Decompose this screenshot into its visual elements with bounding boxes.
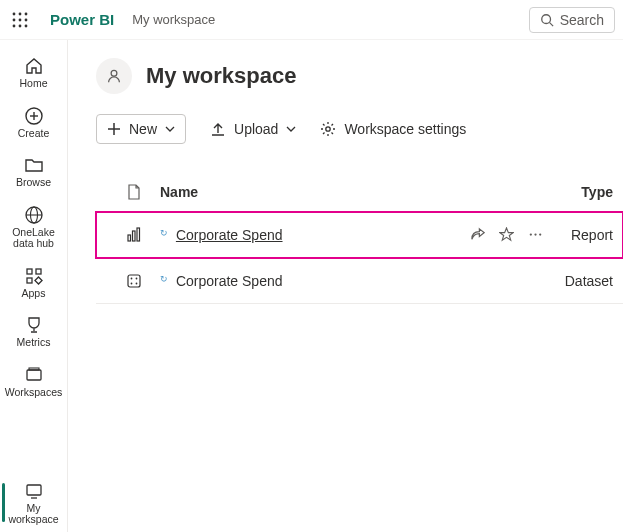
header-icon-col — [114, 184, 154, 200]
svg-point-1 — [19, 12, 22, 15]
item-type: Dataset — [549, 273, 619, 289]
svg-point-28 — [326, 127, 330, 131]
favorite-icon[interactable] — [499, 227, 514, 242]
apps-icon — [24, 266, 44, 286]
upload-button[interactable]: Upload — [210, 121, 296, 137]
svg-rect-22 — [29, 368, 39, 370]
breadcrumb[interactable]: My workspace — [132, 12, 215, 27]
header-type[interactable]: Type — [549, 184, 619, 200]
header-name[interactable]: Name — [154, 184, 439, 200]
svg-rect-30 — [133, 231, 136, 241]
share-icon[interactable] — [470, 227, 485, 242]
svg-rect-29 — [128, 235, 131, 241]
svg-point-38 — [131, 282, 133, 284]
page-title: My workspace — [146, 63, 296, 89]
svg-point-8 — [25, 24, 28, 27]
document-icon — [127, 184, 141, 200]
refresh-indicator-icon: ↻ — [160, 274, 168, 284]
svg-rect-21 — [27, 370, 41, 380]
table-row[interactable]: ↻ Corporate Spend Report — [96, 212, 623, 258]
trophy-icon — [24, 315, 44, 335]
home-icon — [24, 56, 44, 76]
svg-point-5 — [25, 18, 28, 21]
svg-point-3 — [13, 18, 16, 21]
upload-icon — [210, 121, 226, 137]
avatar — [96, 58, 132, 94]
svg-point-32 — [530, 233, 532, 235]
more-icon[interactable] — [528, 227, 543, 242]
svg-point-39 — [136, 282, 138, 284]
svg-rect-23 — [27, 485, 41, 495]
toolbar: New Upload Workspace settings — [96, 114, 623, 144]
nav-create[interactable]: Create — [0, 98, 68, 146]
svg-point-6 — [13, 24, 16, 27]
refresh-indicator-icon: ↻ — [160, 228, 168, 238]
nav-my-workspace[interactable]: My workspace — [0, 473, 68, 532]
content-table: Name Type ↻ Corporate Spend — [96, 172, 623, 304]
svg-point-0 — [13, 12, 16, 15]
chevron-down-icon — [165, 124, 175, 134]
row-type-icon — [114, 227, 154, 243]
nav-browse[interactable]: Browse — [0, 147, 68, 195]
new-button[interactable]: New — [96, 114, 186, 144]
nav-apps[interactable]: Apps — [0, 258, 68, 306]
item-name[interactable]: Corporate Spend — [176, 273, 283, 289]
svg-point-33 — [534, 233, 536, 235]
leftnav: Home Create Browse OneLake data hub Apps… — [0, 40, 68, 532]
item-type: Report — [549, 227, 619, 243]
main: My workspace New Upload Workspace settin… — [68, 40, 623, 532]
svg-point-7 — [19, 24, 22, 27]
svg-point-4 — [19, 18, 22, 21]
search-input[interactable]: Search — [529, 7, 615, 33]
plus-circle-icon — [24, 106, 44, 126]
chevron-down-icon — [286, 124, 296, 134]
svg-rect-31 — [137, 228, 140, 241]
item-name-link[interactable]: Corporate Spend — [176, 227, 283, 243]
svg-rect-19 — [27, 278, 32, 283]
svg-point-37 — [136, 277, 138, 279]
table-row[interactable]: ↻ Corporate Spend Dataset — [96, 258, 623, 304]
monitor-icon — [24, 481, 44, 501]
nav-onelake[interactable]: OneLake data hub — [0, 197, 68, 256]
dataset-icon — [126, 273, 142, 289]
gear-icon — [320, 121, 336, 137]
folder-icon — [24, 155, 44, 175]
svg-point-2 — [25, 12, 28, 15]
brand-label: Power BI — [50, 11, 114, 28]
person-icon — [105, 67, 123, 85]
svg-rect-17 — [27, 269, 32, 274]
table-header: Name Type — [96, 172, 623, 212]
report-icon — [126, 227, 142, 243]
workspace-header: My workspace — [96, 58, 623, 94]
svg-point-9 — [541, 14, 550, 23]
topbar: Power BI My workspace Search — [0, 0, 623, 40]
plus-icon — [107, 122, 121, 136]
nav-workspaces[interactable]: Workspaces — [0, 357, 68, 405]
globe-icon — [24, 205, 44, 225]
row-type-icon — [114, 273, 154, 289]
svg-rect-18 — [36, 269, 41, 274]
svg-point-36 — [131, 277, 133, 279]
nav-metrics[interactable]: Metrics — [0, 307, 68, 355]
search-placeholder: Search — [560, 12, 604, 28]
search-icon — [540, 13, 554, 27]
svg-point-34 — [539, 233, 541, 235]
workspaces-icon — [24, 365, 44, 385]
svg-line-10 — [549, 22, 553, 26]
nav-home[interactable]: Home — [0, 48, 68, 96]
app-launcher-icon[interactable] — [8, 8, 32, 32]
svg-rect-20 — [34, 277, 41, 284]
svg-point-25 — [111, 70, 117, 76]
workspace-settings-button[interactable]: Workspace settings — [320, 121, 466, 137]
svg-rect-35 — [128, 275, 140, 287]
